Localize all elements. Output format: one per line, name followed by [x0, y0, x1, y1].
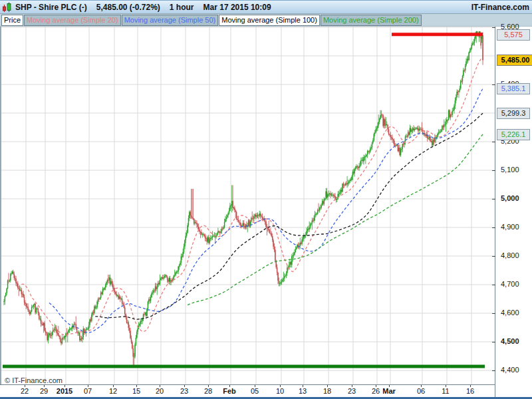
price-tick-mark	[492, 256, 495, 257]
candle-body-down	[258, 215, 259, 216]
candle-body-down	[341, 190, 342, 192]
candle-body-up	[48, 335, 49, 340]
legend-tab-ma200[interactable]: Moving average (Simple 200)	[321, 15, 422, 26]
candle-body-up	[152, 293, 153, 293]
candle-body-down	[194, 219, 194, 223]
candle-body-down	[25, 303, 25, 304]
candle-body-down	[249, 220, 249, 226]
candle-body-up	[280, 282, 281, 283]
candle-body-up	[327, 194, 328, 198]
candle-body-down	[308, 229, 309, 229]
legend-tab-ma20[interactable]: Moving average (Simple 20)	[24, 15, 121, 26]
candle-body-down	[190, 212, 191, 215]
candle-body-down	[193, 218, 194, 219]
candle-body-down	[196, 223, 197, 225]
candle-body-down	[253, 219, 253, 219]
candle-body-down	[114, 291, 115, 292]
legend-tab-price[interactable]: Price	[1, 15, 23, 26]
candle-body-up	[398, 148, 399, 151]
candle-body-down	[389, 134, 390, 135]
candle-body-up	[31, 307, 32, 311]
candle-body-up	[186, 233, 187, 236]
candle-body-up	[400, 149, 401, 155]
chart-window: { "header": { "symbol": "SHP - Shire PLC…	[0, 0, 532, 399]
candle-body-up	[432, 140, 433, 146]
candlestick-chart[interactable]	[1, 27, 495, 384]
brand-label: IT-Finance.com	[471, 3, 529, 12]
datetime-label: Mar 17 2015 10:09	[203, 3, 271, 12]
candle-body-up	[188, 218, 189, 225]
candle-body-up	[65, 334, 66, 337]
candle-body-up	[360, 160, 361, 165]
candle-body-down	[15, 278, 15, 279]
candle-body-up	[70, 329, 70, 329]
candle-body-up	[253, 216, 254, 219]
candle-body-down	[432, 141, 432, 145]
candle-body-up	[92, 313, 92, 315]
candle-body-down	[358, 167, 358, 168]
candle-body-up	[231, 205, 231, 206]
candle-body-up	[469, 51, 470, 53]
candle-body-down	[386, 124, 387, 125]
candle-body-up	[456, 97, 456, 100]
candle-body-down	[26, 304, 27, 307]
candle-body-up	[51, 332, 52, 336]
candle-body-up	[293, 255, 293, 256]
candle-body-up	[80, 338, 80, 340]
candle-body-up	[352, 172, 353, 176]
candle-body-down	[168, 279, 168, 281]
ma-value-label: 5,226.1	[497, 129, 530, 140]
time-tick-label: 26	[372, 387, 380, 395]
candle-body-down	[14, 274, 15, 278]
candle-body-up	[96, 302, 97, 308]
candle-body-up	[3, 301, 4, 302]
candle-body-down	[357, 166, 358, 167]
candle-body-up	[142, 319, 142, 321]
time-axis[interactable]: 22292015071215202328Feb051013182326Mar06…	[0, 384, 495, 397]
candle-body-up	[463, 70, 464, 76]
candle-body-up	[279, 283, 280, 284]
candle-body-up	[467, 59, 467, 62]
candle-body-up	[164, 276, 165, 277]
legend-tab-bar: PriceMoving average (Simple 20)Moving av…	[0, 14, 532, 27]
candle-body-up	[474, 39, 475, 43]
candle-body-down	[108, 280, 108, 281]
chart-plot-area[interactable]: © IT-Finance.com	[0, 27, 495, 384]
price-tick-mark	[492, 227, 495, 228]
candle-body-down	[271, 233, 272, 236]
legend-tab-ma100[interactable]: Moving average (Simple 100)	[219, 15, 320, 26]
candle-body-down	[51, 335, 51, 336]
candle-body-down	[41, 323, 42, 324]
candle-body-up	[294, 252, 295, 255]
candle-body-up	[442, 126, 442, 130]
candle-body-down	[47, 333, 48, 340]
candle-body-up	[439, 132, 440, 132]
candle-body-down	[318, 210, 319, 211]
price-tick-label: 4,600	[501, 309, 519, 317]
candle-body-down	[8, 281, 9, 281]
price-tick-mark	[492, 199, 495, 200]
candle-body-up	[145, 313, 146, 314]
candle-body-up	[71, 329, 72, 329]
candle-body-up	[414, 129, 415, 130]
candle-body-up	[209, 239, 210, 243]
candle-body-down	[279, 281, 279, 283]
candle-body-down	[393, 140, 394, 141]
candle-body-up	[217, 233, 217, 235]
candle-body-down	[461, 81, 462, 82]
candle-body-up	[291, 256, 292, 265]
candle-body-down	[76, 329, 77, 332]
candle-body-up	[110, 281, 111, 285]
candle-body-down	[29, 312, 30, 314]
candle-body-down	[398, 145, 398, 151]
candle-body-down	[191, 215, 192, 217]
time-tick-label: 2015	[57, 387, 72, 395]
candle-body-up	[141, 321, 142, 322]
legend-tab-ma50[interactable]: Moving average (Simple 50)	[122, 15, 219, 26]
candle-body-up	[255, 215, 255, 217]
candle-body-down	[458, 92, 458, 92]
price-axis[interactable]: 5,6005,4005,2005,1005,0004,9004,8004,700…	[495, 27, 532, 399]
candle-body-up	[108, 277, 109, 280]
price-tick-label: 4,500	[501, 337, 519, 345]
candle-body-down	[154, 291, 154, 291]
